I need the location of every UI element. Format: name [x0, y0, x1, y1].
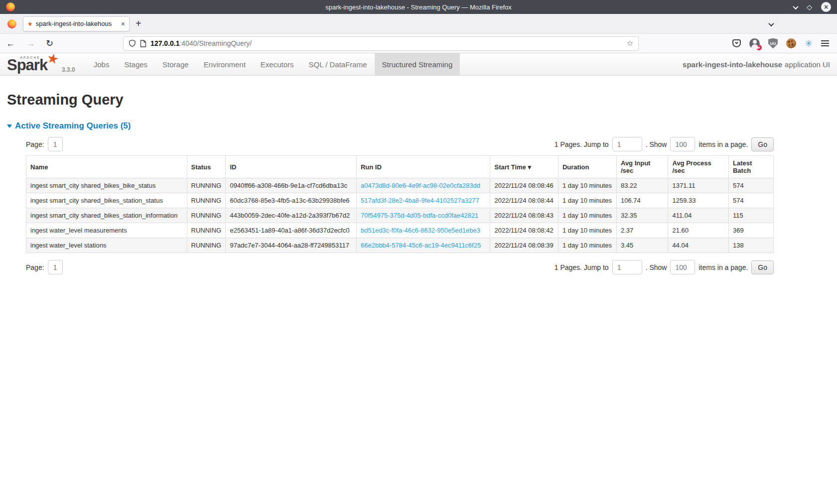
cell-name: ingest water_level measurements — [26, 223, 187, 238]
cell-latest-batch: 115 — [728, 208, 773, 223]
cell-run-id: 517afd3f-28e2-4ba8-9fe4-4102527a3277 — [356, 193, 490, 208]
items-label: items in a page. — [698, 263, 748, 271]
column-header-avg-process-sec[interactable]: Avg Process /sec — [668, 156, 729, 178]
page-info-icon[interactable] — [140, 40, 146, 47]
cell-status: RUNNING — [187, 223, 226, 238]
show-count-input[interactable] — [670, 137, 695, 151]
cell-name: ingest smart_city shared_bikes_station_s… — [26, 193, 187, 208]
page-title: Streaming Query — [7, 92, 830, 108]
table-row: ingest water_level stationsRUNNING97adc7… — [26, 238, 774, 253]
account-icon[interactable]: × — [749, 38, 760, 49]
spark-logo[interactable]: APACHE Spark ★ 3.3.0 — [7, 53, 75, 75]
nav-tab-stages[interactable]: Stages — [117, 53, 155, 75]
column-header-id[interactable]: ID — [226, 156, 357, 178]
bookmark-star-icon[interactable]: ☆ — [627, 39, 633, 48]
firefox-view-button[interactable] — [4, 16, 20, 31]
close-window-button[interactable]: × — [821, 2, 831, 12]
active-queries-toggle[interactable]: Active Streaming Queries (5) — [7, 121, 830, 131]
ublock-origin-icon[interactable]: UO — [768, 38, 778, 49]
cell-id: 0940ff66-a308-466b-9e1a-cf7cd6dba13c — [226, 178, 357, 193]
cell-avg-process: 21.60 — [668, 223, 729, 238]
url-text[interactable]: 127.0.0.1:4040/StreamingQuery/ — [150, 39, 252, 47]
cell-duration: 1 day 10 minutes — [558, 208, 616, 223]
url-path: :4040/StreamingQuery/ — [179, 39, 252, 47]
cell-status: RUNNING — [187, 178, 226, 193]
table-row: ingest smart_city shared_bikes_bike_stat… — [26, 178, 774, 193]
forward-button[interactable]: → — [26, 39, 35, 48]
cell-avg-process: 44.04 — [668, 238, 729, 253]
cell-avg-process: 411.04 — [668, 208, 729, 223]
cell-status: RUNNING — [187, 208, 226, 223]
section-title: Active Streaming Queries (5) — [15, 121, 131, 131]
show-count-input[interactable] — [670, 260, 695, 274]
firefox-view-icon — [7, 19, 16, 28]
nav-tab-jobs[interactable]: Jobs — [86, 53, 117, 75]
tab-bar: ★ spark-ingest-into-lakehous × + — [0, 14, 837, 34]
run-id-link[interactable]: a0473d8d-80e6-4e9f-ac98-02e0cfa283dd — [361, 182, 480, 189]
cell-latest-batch: 574 — [728, 193, 773, 208]
active-queries-section: Page: 1 Pages. Jump to . Show items in a… — [26, 137, 774, 274]
nav-tab-storage[interactable]: Storage — [155, 53, 196, 75]
minimize-button[interactable] — [794, 2, 798, 11]
run-id-link[interactable]: 66e2bbb4-5784-45c6-ac19-4ec9411c6f25 — [361, 242, 481, 249]
maximize-button[interactable]: ◇ — [807, 3, 812, 10]
spark-star-icon: ★ — [45, 50, 60, 68]
nav-tab-environment[interactable]: Environment — [196, 53, 253, 75]
application-name: spark-ingest-into-lakehouse — [683, 60, 782, 69]
go-button[interactable]: Go — [751, 260, 774, 274]
page-number-input[interactable] — [48, 260, 63, 274]
cell-run-id: 70f54975-375d-4d05-bdfa-ccd0fae42821 — [356, 208, 490, 223]
items-label: items in a page. — [698, 140, 748, 148]
nav-tab-executors[interactable]: Executors — [253, 53, 301, 75]
menu-icon[interactable] — [821, 43, 829, 44]
page-label: Page: — [26, 140, 44, 148]
column-header-duration[interactable]: Duration — [558, 156, 616, 178]
cell-id: e2563451-1a89-40a1-a86f-36d37d2ecfc0 — [226, 223, 357, 238]
close-tab-icon[interactable]: × — [121, 20, 125, 27]
account-alert-badge: × — [756, 45, 762, 50]
column-header-status[interactable]: Status — [187, 156, 226, 178]
column-header-name[interactable]: Name — [26, 156, 187, 178]
column-header-avg-input-sec[interactable]: Avg Input /sec — [616, 156, 668, 178]
cell-avg-input: 3.45 — [616, 238, 668, 253]
run-id-link[interactable]: 70f54975-375d-4d05-bdfa-ccd0fae42821 — [361, 212, 478, 219]
table-header-row: NameStatusIDRun IDStart Time ▾DurationAv… — [26, 156, 774, 178]
shield-icon[interactable] — [129, 39, 136, 47]
column-header-run-id[interactable]: Run ID — [356, 156, 490, 178]
nav-tab-structured-streaming[interactable]: Structured Streaming — [375, 53, 460, 75]
table-row: ingest water_level measurementsRUNNINGe2… — [26, 223, 774, 238]
spark-logo-word: Spark — [7, 56, 47, 74]
cell-start-time: 2022/11/24 08:08:43 — [490, 208, 558, 223]
cell-start-time: 2022/11/24 08:08:42 — [490, 223, 558, 238]
cell-latest-batch: 574 — [728, 178, 773, 193]
cell-id: 443b0059-2dec-40fe-a12d-2a393f7b67d2 — [226, 208, 357, 223]
column-header-latest-batch[interactable]: Latest Batch — [728, 156, 773, 178]
go-button[interactable]: Go — [751, 137, 774, 151]
run-id-link[interactable]: bd51ed3c-f0fa-46c6-8632-950e5ed1ebe3 — [361, 227, 480, 234]
url-bar[interactable]: 127.0.0.1:4040/StreamingQuery/ ☆ — [123, 36, 639, 51]
jump-to-input[interactable] — [612, 137, 642, 151]
cell-run-id: 66e2bbb4-5784-45c6-ac19-4ec9411c6f25 — [356, 238, 490, 253]
cookie-extension-icon[interactable] — [786, 38, 796, 48]
jump-to-input[interactable] — [612, 260, 642, 274]
reload-button[interactable]: ↻ — [46, 39, 53, 48]
list-all-tabs-button[interactable] — [769, 19, 773, 28]
page-label: Page: — [26, 263, 44, 271]
show-label: . Show — [646, 140, 667, 148]
window-title: spark-ingest-into-lakehouse - Streaming … — [0, 3, 837, 11]
back-button[interactable]: ← — [6, 39, 15, 48]
application-suffix: application UI — [785, 60, 830, 69]
run-id-link[interactable]: 517afd3f-28e2-4ba8-9fe4-4102527a3277 — [361, 197, 479, 204]
browser-tab[interactable]: ★ spark-ingest-into-lakehous × — [23, 16, 130, 31]
cell-run-id: bd51ed3c-f0fa-46c6-8632-950e5ed1ebe3 — [356, 223, 490, 238]
url-host: 127.0.0.1 — [150, 39, 179, 47]
pocket-icon[interactable] — [732, 39, 741, 47]
bottom-pagination: Page: 1 Pages. Jump to . Show items in a… — [26, 260, 774, 274]
new-tab-button[interactable]: + — [136, 18, 141, 29]
column-header-start-time[interactable]: Start Time ▾ — [490, 156, 558, 178]
asterisk-extension-icon[interactable]: ✳ — [805, 39, 813, 48]
browser-toolbar: ← → ↻ 127.0.0.1:4040/StreamingQuery/ ☆ ×… — [0, 34, 837, 53]
cell-start-time: 2022/11/24 08:08:46 — [490, 178, 558, 193]
nav-tab-sql-dataframe[interactable]: SQL / DataFrame — [301, 53, 375, 75]
page-number-input[interactable] — [48, 137, 63, 151]
